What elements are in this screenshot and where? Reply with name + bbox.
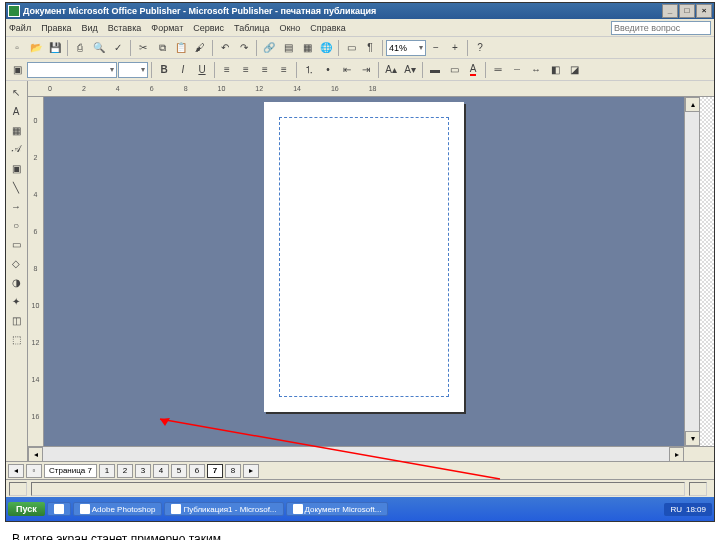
ruler-horizontal: 024681012141618 [28,81,714,97]
start-button[interactable]: Пуск [8,502,45,516]
undo-icon[interactable]: ↶ [216,39,234,57]
indent-inc-icon[interactable]: ⇥ [357,61,375,79]
font-color-icon[interactable]: A [464,61,482,79]
open-icon[interactable]: 📂 [27,39,45,57]
copy-icon[interactable]: ⧉ [153,39,171,57]
menu-view[interactable]: Вид [82,23,98,33]
page-tab-7[interactable]: 7 [207,464,223,478]
page-tab-1[interactable]: 1 [99,464,115,478]
scroll-left-icon[interactable]: ◂ [28,447,43,462]
menu-table[interactable]: Таблица [234,23,269,33]
page-sorter-prev-icon[interactable]: ◂ [8,464,24,478]
underline-icon[interactable]: U [193,61,211,79]
line-color-icon[interactable]: ▭ [445,61,463,79]
bold-icon[interactable]: B [155,61,173,79]
line-style-icon[interactable]: ═ [489,61,507,79]
shapes-tool-icon[interactable]: ◇ [7,254,25,272]
justify-icon[interactable]: ≡ [275,61,293,79]
textbox-tool-icon[interactable]: A [7,102,25,120]
zoom-combo[interactable]: 41% [386,40,426,56]
menu-format[interactable]: Формат [151,23,183,33]
border-icon[interactable]: ▭ [342,39,360,57]
menu-insert[interactable]: Вставка [108,23,141,33]
cut-icon[interactable]: ✂ [134,39,152,57]
menu-window[interactable]: Окно [279,23,300,33]
webpage-icon[interactable]: 🌐 [317,39,335,57]
italic-icon[interactable]: I [174,61,192,79]
menu-edit[interactable]: Правка [41,23,71,33]
page-tab-2[interactable]: 2 [117,464,133,478]
arrow-style-icon[interactable]: ↔ [527,61,545,79]
article-text: В итоге экран станет примерно таким. Пер… [0,522,720,540]
page-tab-6[interactable]: 6 [189,464,205,478]
help-search-input[interactable] [611,21,711,35]
print-icon[interactable]: ⎙ [71,39,89,57]
zoom-out-icon[interactable]: − [427,39,445,57]
page-sorter-next-icon[interactable]: ▸ [243,464,259,478]
zoom-in-icon[interactable]: + [446,39,464,57]
scroll-up-icon[interactable]: ▴ [685,97,700,112]
special-char-icon[interactable]: ¶ [361,39,379,57]
maximize-button[interactable]: □ [679,4,695,18]
web-tool-icon[interactable]: ⬚ [7,330,25,348]
3d-icon[interactable]: ◪ [565,61,583,79]
arrow-tool-icon[interactable]: → [7,197,25,215]
page[interactable] [264,102,464,412]
font-combo[interactable] [27,62,117,78]
columns-icon[interactable]: ▤ [279,39,297,57]
wordart-tool-icon[interactable]: 𝒜 [7,140,25,158]
new-icon[interactable]: ▫ [8,39,26,57]
taskbar-app-1[interactable]: Adobe Photoshop [73,502,163,516]
list-num-icon[interactable]: ⒈ [300,61,318,79]
design-tool-icon[interactable]: ✦ [7,292,25,310]
redo-icon[interactable]: ↷ [235,39,253,57]
page-sorter-thumb-icon[interactable]: ▫ [26,464,42,478]
page-tab-4[interactable]: 4 [153,464,169,478]
taskbar-app-3[interactable]: Документ Microsoft... [286,502,389,516]
align-left-icon[interactable]: ≡ [218,61,236,79]
taskbar-app-2[interactable]: Публикация1 - Microsof... [164,502,283,516]
object-tool-icon[interactable]: ◫ [7,311,25,329]
table-tool-icon[interactable]: ▦ [7,121,25,139]
bookmark-tool-icon[interactable]: ◑ [7,273,25,291]
rect-tool-icon[interactable]: ▭ [7,235,25,253]
select-tool-icon[interactable]: ↖ [7,83,25,101]
page-tab-3[interactable]: 3 [135,464,151,478]
indent-dec-icon[interactable]: ⇤ [338,61,356,79]
margin-icon[interactable]: ▣ [8,61,26,79]
line-tool-icon[interactable]: ╲ [7,178,25,196]
format-painter-icon[interactable]: 🖌 [191,39,209,57]
scroll-down-icon[interactable]: ▾ [685,431,700,446]
paste-icon[interactable]: 📋 [172,39,190,57]
align-right-icon[interactable]: ≡ [256,61,274,79]
menu-file[interactable]: Файл [9,23,31,33]
picture-tool-icon[interactable]: ▣ [7,159,25,177]
list-bul-icon[interactable]: • [319,61,337,79]
menu-tools[interactable]: Сервис [193,23,224,33]
align-center-icon[interactable]: ≡ [237,61,255,79]
fontsize-combo[interactable] [118,62,148,78]
canvas[interactable] [44,97,684,446]
spell-icon[interactable]: ✓ [109,39,127,57]
preview-icon[interactable]: 🔍 [90,39,108,57]
save-icon[interactable]: 💾 [46,39,64,57]
scrollbar-vertical[interactable]: ▴ ▾ [684,97,699,446]
fill-color-icon[interactable]: ▬ [426,61,444,79]
scrollbar-horizontal[interactable] [43,447,669,461]
minimize-button[interactable]: _ [662,4,678,18]
quicklaunch-icon[interactable] [47,502,71,516]
dash-style-icon[interactable]: ┄ [508,61,526,79]
table-icon[interactable]: ▦ [298,39,316,57]
system-tray[interactable]: RU 18:09 [664,503,712,516]
close-button[interactable]: × [696,4,712,18]
scroll-right-icon[interactable]: ▸ [669,447,684,462]
grow-font-icon[interactable]: A▴ [382,61,400,79]
oval-tool-icon[interactable]: ○ [7,216,25,234]
shadow-icon[interactable]: ◧ [546,61,564,79]
menu-help[interactable]: Справка [310,23,345,33]
help-icon[interactable]: ? [471,39,489,57]
link-icon[interactable]: 🔗 [260,39,278,57]
page-tab-5[interactable]: 5 [171,464,187,478]
page-tab-8[interactable]: 8 [225,464,241,478]
shrink-font-icon[interactable]: A▾ [401,61,419,79]
